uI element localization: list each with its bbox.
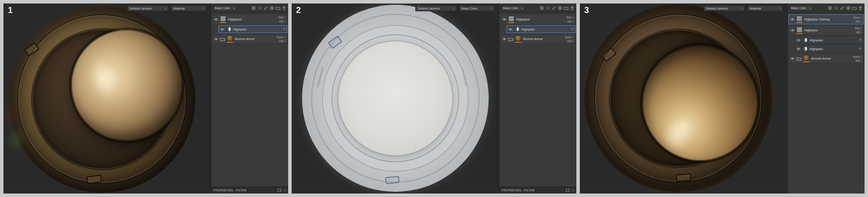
- visibility-eye-icon[interactable]: [790, 18, 795, 21]
- visibility-eye-icon[interactable]: [790, 29, 795, 32]
- folder-row-bronze-armor[interactable]: Bronze Armor Norm▾ 100▾: [500, 34, 575, 44]
- add-effect-icon[interactable]: [251, 6, 256, 10]
- panel-number: 2: [296, 5, 301, 15]
- add-smart-material-icon[interactable]: [846, 6, 851, 10]
- add-effect-icon[interactable]: [539, 6, 544, 10]
- layer-thumbnail[interactable]: [796, 16, 802, 23]
- viewport-3d-3[interactable]: 3 Default camera ▾ Material ▾: [580, 3, 787, 194]
- camera-dropdown[interactable]: Default camera ▾: [415, 5, 457, 11]
- display-mode-value: Material: [173, 7, 185, 10]
- visibility-eye-icon[interactable]: [790, 57, 795, 60]
- display-mode-dropdown[interactable]: Material ▾: [171, 5, 207, 11]
- add-fill-layer-icon[interactable]: [257, 6, 262, 10]
- visibility-eye-icon[interactable]: [214, 37, 218, 40]
- viewport-3d-2[interactable]: 2 Default camera ▾ Base Color ▾: [292, 3, 499, 194]
- opacity-dropdown[interactable]: 100▾: [279, 40, 286, 43]
- camera-dropdown[interactable]: Default camera ▾: [704, 5, 745, 11]
- remove-effect-button[interactable]: ✕: [571, 27, 574, 31]
- opacity-dropdown[interactable]: 100▾: [567, 40, 574, 43]
- chevron-down-icon: ▾: [861, 27, 862, 30]
- add-folder-icon[interactable]: [852, 6, 857, 10]
- add-paint-layer-icon[interactable]: [840, 6, 845, 10]
- visibility-eye-icon[interactable]: [508, 28, 513, 31]
- blend-mode-dropdown[interactable]: Norm▾: [565, 36, 574, 39]
- add-folder-icon[interactable]: [564, 6, 569, 10]
- channel-dropdown[interactable]: Base Color ▾: [213, 5, 237, 11]
- opacity-dropdown[interactable]: 100▾: [567, 20, 574, 23]
- visibility-eye-icon[interactable]: [796, 47, 801, 50]
- layer-row-highpass[interactable]: Highpass Pthr▾ 100▾: [212, 14, 287, 24]
- add-paint-layer-icon[interactable]: [263, 6, 268, 10]
- channel-dropdown-value: Base Color: [215, 7, 230, 10]
- add-smart-material-icon[interactable]: [558, 6, 562, 10]
- bronze-armor-model[interactable]: [3, 3, 211, 194]
- visibility-eye-icon[interactable]: [796, 39, 801, 42]
- layer-thumbnail[interactable]: [515, 35, 521, 43]
- add-effect-icon[interactable]: [828, 6, 832, 10]
- layer-thumbnail[interactable]: [220, 16, 226, 23]
- layer-thumbnail[interactable]: [508, 16, 514, 23]
- folder-row-bronze-armor[interactable]: Bronze Armor Norm▾ 100▾: [212, 34, 287, 44]
- add-fill-layer-icon[interactable]: [834, 6, 838, 10]
- viewport-3d-1[interactable]: 1 Default camera ▾ Material ▾: [3, 3, 211, 194]
- visibility-eye-icon[interactable]: [220, 28, 224, 31]
- display-mode-dropdown[interactable]: Material ▾: [747, 5, 783, 11]
- channel-dropdown[interactable]: Base Color ▾: [501, 5, 525, 11]
- add-fill-layer-icon[interactable]: [546, 6, 550, 10]
- workspace-panel-3: 3 Default camera ▾ Material ▾: [580, 3, 865, 194]
- reflection-glow: [10, 130, 22, 149]
- layer-thumbnail[interactable]: [796, 27, 802, 34]
- add-paint-layer-icon[interactable]: [552, 6, 556, 10]
- add-smart-material-icon[interactable]: [270, 6, 274, 10]
- effect-row-highpass-filter[interactable]: Highpass ✕: [795, 36, 864, 44]
- opacity-dropdown[interactable]: 100▾: [855, 31, 862, 34]
- delete-layer-icon[interactable]: [282, 6, 286, 10]
- basecolor-channel-indicator: [508, 22, 514, 23]
- delete-layer-icon[interactable]: [570, 6, 575, 10]
- dock-panel-icon[interactable]: [566, 189, 569, 192]
- layer-row-highpass-overlay[interactable]: Highpass Overlay Overl▾ 100▾: [789, 14, 864, 24]
- layer-actions: [251, 6, 286, 10]
- effect-row-highpass-filter[interactable]: Highpass ✕: [218, 25, 287, 33]
- layer-thumbnail[interactable]: [227, 35, 233, 43]
- opacity-value: 100: [855, 59, 860, 62]
- dock-panel-icon[interactable]: [278, 189, 281, 192]
- delete-layer-icon[interactable]: [858, 6, 863, 10]
- opacity-dropdown[interactable]: 100▾: [855, 20, 862, 23]
- folder-row-bronze-armor[interactable]: Bronze Armor Norm▾ 100▾: [789, 53, 864, 63]
- blend-mode-dropdown[interactable]: Norm▾: [853, 55, 862, 58]
- blend-mode-dropdown[interactable]: Norm▾: [277, 36, 286, 39]
- blend-mode-dropdown[interactable]: Pthr▾: [855, 27, 862, 30]
- add-folder-icon[interactable]: [276, 6, 280, 10]
- effect-name: Highpass: [809, 38, 857, 42]
- effect-row-highpass-filter[interactable]: Highpass ✕: [506, 25, 575, 33]
- layer-row-highpass[interactable]: Highpass Pthr▾ 100▾: [500, 14, 575, 24]
- visibility-eye-icon[interactable]: [214, 18, 218, 21]
- remove-effect-button[interactable]: ✕: [859, 38, 862, 42]
- workspace-panel-2: 2 Default camera ▾ Base Color ▾: [292, 3, 576, 194]
- remove-effect-button[interactable]: ✕: [283, 27, 286, 31]
- visibility-eye-icon[interactable]: [502, 37, 506, 40]
- display-mode-dropdown[interactable]: Base Color ▾: [459, 5, 495, 11]
- blend-mode-dropdown[interactable]: Pthr▾: [279, 16, 286, 19]
- channel-dropdown[interactable]: Base Color ▾: [789, 5, 813, 11]
- opacity-dropdown[interactable]: 100▾: [855, 59, 862, 62]
- close-icon[interactable]: ✕: [572, 189, 574, 192]
- layer-list: Highpass Overlay Overl▾ 100▾ Highpass Pt…: [788, 13, 865, 194]
- layer-thumbnail[interactable]: [803, 55, 809, 62]
- opacity-dropdown[interactable]: 100▾: [279, 20, 286, 23]
- effect-row-highpass-filter[interactable]: Highpass ✕: [795, 45, 864, 53]
- chevron-down-icon: ▾: [572, 17, 574, 19]
- folder-icon: [220, 37, 225, 41]
- camera-dropdown[interactable]: Default camera ▾: [127, 5, 168, 11]
- panel-number: 3: [584, 5, 589, 15]
- layer-row-highpass[interactable]: Highpass Pthr▾ 100▾: [789, 25, 864, 35]
- chevron-down-icon: ▾: [453, 7, 454, 10]
- remove-effect-button[interactable]: ✕: [859, 47, 862, 50]
- blend-mode-dropdown[interactable]: Pthr▾: [567, 16, 574, 19]
- visibility-eye-icon[interactable]: [502, 18, 506, 21]
- highpass-preview-model[interactable]: [292, 3, 499, 194]
- bronze-armor-model[interactable]: [580, 3, 787, 194]
- close-icon[interactable]: ✕: [283, 189, 286, 192]
- blend-mode-dropdown[interactable]: Overl▾: [853, 16, 862, 19]
